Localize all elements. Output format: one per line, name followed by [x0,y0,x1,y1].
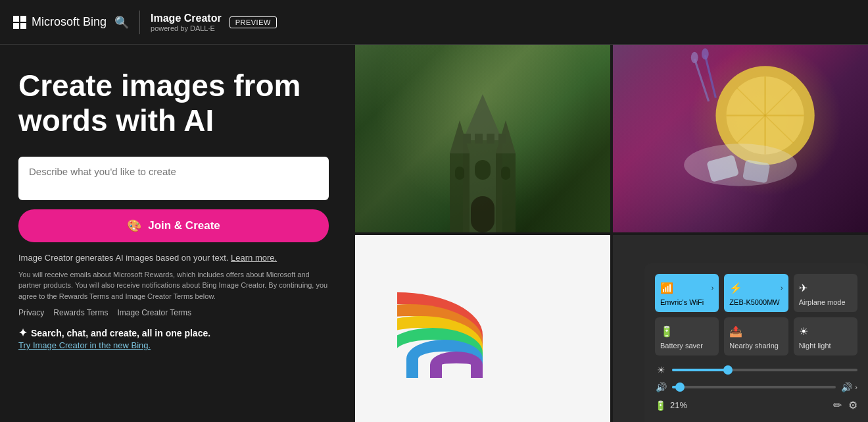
image-castle [355,45,610,232]
brand-name: Microsoft Bing [32,15,107,29]
bing-logo: Microsoft Bing [13,15,107,29]
image-creator-info: Image Creator powered by DALL·E [151,13,222,32]
svg-rect-12 [501,167,510,180]
wifi-icon: 📶 [660,282,673,294]
image-drink [613,45,868,232]
right-panel: 📶 › Emvric's WiFi ⚡ › ZEB-K5000MW [355,45,868,422]
footer-link-rewards[interactable]: Rewards Terms [53,308,108,317]
left-panel: Create images from words with AI 🎨 Join … [0,45,355,422]
qs-airplane-button[interactable]: ✈ Airplane mode [794,274,857,312]
footer-link-image-creator-terms[interactable]: Image Creator Terms [117,308,191,317]
svg-point-23 [702,48,709,59]
qs-wifi-button[interactable]: 📶 › Emvric's WiFi [655,274,719,312]
svg-line-22 [705,55,715,97]
night-light-icon: ☀ [799,325,808,338]
hero-title: Create images from words with AI [18,68,329,138]
svg-rect-13 [471,196,494,232]
footer-link-privacy[interactable]: Privacy [18,308,44,317]
svg-point-21 [691,52,698,63]
volume-end-icon: 🔊 [841,382,852,392]
castle-svg [423,88,542,232]
small-disclaimer: You will receive emails about Microsoft … [18,269,329,302]
bluetooth-icon: ⚡ [729,282,742,294]
qs-bluetooth-button[interactable]: ⚡ › ZEB-K5000MW [724,274,788,312]
svg-rect-26 [742,159,770,183]
preview-badge: PREVIEW [229,16,277,28]
nearby-sharing-icon: 📤 [729,325,742,338]
bottom-promo: ✦ Search, chat, and create, all in one p… [18,327,329,350]
volume-end: 🔊 › [841,382,857,392]
svg-rect-10 [475,160,491,180]
edit-icon-button[interactable]: ✏ [833,399,842,411]
brightness-slider[interactable] [672,369,857,371]
svg-rect-11 [455,167,464,180]
volume-row: 🔊 🔊 › [655,382,857,392]
brightness-thumb[interactable] [723,365,733,375]
image-rainbow [355,235,610,423]
svg-rect-1 [450,153,470,232]
prompt-input[interactable] [29,166,318,188]
airplane-icon: ✈ [799,282,808,294]
drink-svg [613,45,868,232]
wifi-label: Emvric's WiFi [660,298,704,307]
bt-chevron: › [781,284,783,292]
wifi-chevron: › [711,284,714,292]
join-create-icon: 🎨 [127,219,141,233]
footer-links: Privacy Rewards Terms Image Creator Term… [18,308,329,317]
settings-icon-button[interactable]: ⚙ [848,399,857,411]
search-button[interactable]: 🔍 [114,15,129,30]
battery-percent: 21% [670,400,687,410]
qs-battery-saver-button[interactable]: 🔋 Battery saver [655,317,719,356]
battery-row: 🔋 21% ✏ ⚙ [655,399,857,411]
volume-slider[interactable] [672,386,836,388]
qs-nearby-sharing-button[interactable]: 📤 Nearby sharing [724,317,788,356]
night-light-label: Night light [799,342,831,350]
header-divider [139,11,140,34]
join-create-label: Join & Create [148,219,220,232]
qs-night-light-button[interactable]: ☀ Night light [794,317,857,356]
battery-info: 🔋 21% [655,400,687,411]
svg-rect-8 [487,134,494,144]
sparkle-icon: ✦ [18,327,27,339]
header: Microsoft Bing 🔍 Image Creator powered b… [0,0,868,45]
volume-icon: 🔊 [655,382,667,392]
quick-settings-panel: 📶 › Emvric's WiFi ⚡ › ZEB-K5000MW [644,263,868,422]
battery-icon: 🔋 [655,400,666,411]
windows-icon [13,16,26,29]
nearby-sharing-label: Nearby sharing [729,342,779,350]
brightness-row: ☀ [655,365,857,375]
airplane-label: Airplane mode [799,298,846,307]
svg-rect-7 [475,134,483,144]
battery-saver-label: Battery saver [660,342,703,350]
svg-rect-6 [463,134,471,144]
brightness-icon: ☀ [655,365,667,375]
image-creator-title: Image Creator [151,13,222,24]
svg-point-24 [684,144,797,186]
prompt-input-wrapper[interactable] [18,157,329,200]
quick-settings-grid: 📶 › Emvric's WiFi ⚡ › ZEB-K5000MW [655,274,857,356]
action-icons: ✏ ⚙ [833,399,857,411]
battery-saver-icon: 🔋 [660,325,673,338]
svg-marker-3 [463,94,502,140]
learn-more-link[interactable]: Learn more. [231,253,277,263]
rainbow-container [397,279,568,378]
bluetooth-label: ZEB-K5000MW [729,298,779,307]
svg-rect-9 [498,134,506,144]
promo-link[interactable]: Try Image Creator in the new Bing. [18,340,329,350]
svg-rect-2 [496,153,516,232]
main-content: Create images from words with AI 🎨 Join … [0,45,868,422]
image-creator-subtitle: powered by DALL·E [151,24,222,32]
promo-line1: ✦ Search, chat, and create, all in one p… [18,327,329,339]
disclaimer: Image Creator generates AI images based … [18,253,329,263]
volume-thumb[interactable] [675,382,685,392]
join-create-button[interactable]: 🎨 Join & Create [18,209,329,242]
